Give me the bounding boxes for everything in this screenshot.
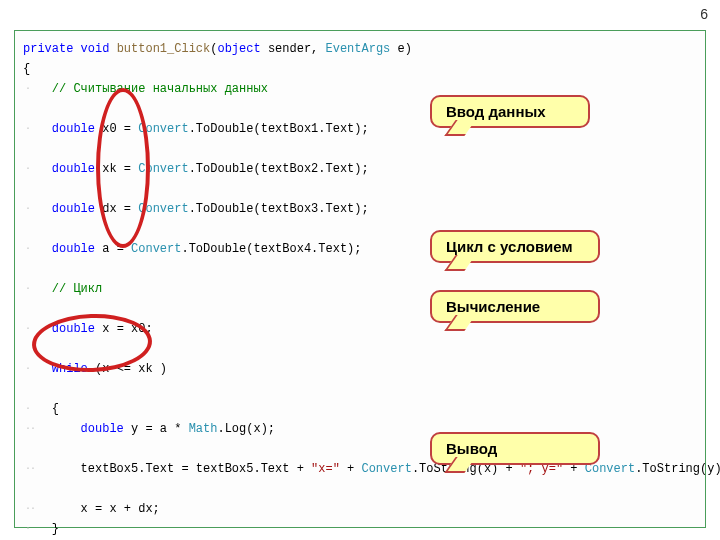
callout-compute: Вычисление [430, 290, 600, 323]
code-line: { [23, 59, 701, 79]
highlight-ellipse-variables [96, 88, 150, 248]
callout-compute-label: Вычисление [446, 298, 540, 315]
page-number: 6 [700, 6, 708, 22]
callout-loop-label: Цикл с условием [446, 238, 573, 255]
callout-input: Ввод данных [430, 95, 590, 128]
callout-output-label: Вывод [446, 440, 497, 457]
code-line [23, 379, 701, 399]
code-line: ·· double y = a * Math.Log(x); [23, 419, 701, 439]
callout-loop: Цикл с условием [430, 230, 600, 263]
code-line: private void button1_Click(object sender… [23, 39, 701, 59]
code-line [23, 259, 701, 279]
callout-input-label: Ввод данных [446, 103, 546, 120]
code-line: ·· textBox5.Text = textBox5.Text + "x=" … [23, 459, 701, 479]
code-line: · { [23, 399, 701, 419]
code-line: ·· x = x + dx; [23, 499, 701, 519]
code-line [23, 479, 701, 499]
code-line: · } [23, 519, 701, 539]
callout-output: Вывод [430, 432, 600, 465]
